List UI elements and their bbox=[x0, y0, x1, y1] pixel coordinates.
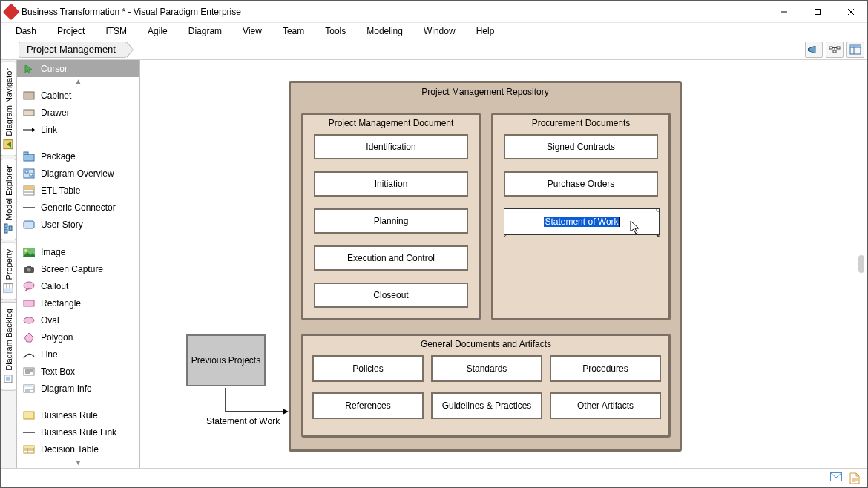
palette-capture[interactable]: Screen Capture bbox=[17, 260, 139, 277]
doc-execution[interactable]: Execution and Control bbox=[314, 245, 468, 271]
svg-rect-56 bbox=[24, 412, 34, 419]
doc-sow-input[interactable]: Statement of Work bbox=[544, 217, 619, 227]
maximize-button[interactable] bbox=[800, 1, 834, 22]
doc-policies[interactable]: Policies bbox=[312, 355, 424, 382]
svg-rect-4 bbox=[808, 48, 809, 51]
menu-tools[interactable]: Tools bbox=[315, 24, 356, 38]
app-icon bbox=[5, 6, 17, 18]
svg-rect-29 bbox=[24, 154, 34, 161]
palette-connector[interactable]: Generic Connector bbox=[17, 200, 139, 217]
close-button[interactable] bbox=[834, 1, 867, 22]
palette-rectangle[interactable]: Rectangle bbox=[17, 294, 139, 311]
polygon-icon bbox=[23, 332, 35, 343]
svg-point-47 bbox=[24, 317, 34, 323]
palette-expand-1[interactable]: ▲ bbox=[17, 77, 139, 87]
cabinet-repository[interactable]: Project Management Repository Project Ma… bbox=[289, 81, 682, 452]
panes-button[interactable] bbox=[846, 42, 864, 58]
svg-rect-26 bbox=[24, 92, 34, 99]
menu-project[interactable]: Project bbox=[47, 24, 95, 38]
note-icon[interactable] bbox=[849, 472, 861, 484]
doc-sow-editing[interactable]: Statement of Work ◇ ↗ ⬊ bbox=[504, 208, 660, 235]
menu-help[interactable]: Help bbox=[466, 24, 505, 38]
doc-other[interactable]: Other Artifacts bbox=[550, 392, 661, 419]
menu-team[interactable]: Team bbox=[272, 24, 315, 38]
app-window: Business Transformation * - Visual Parad… bbox=[0, 0, 868, 488]
canvas[interactable]: Project Management Repository Project Ma… bbox=[140, 60, 867, 468]
menu-dash[interactable]: Dash bbox=[5, 24, 47, 38]
doc-purchase-orders[interactable]: Purchase Orders bbox=[504, 171, 658, 197]
palette-line[interactable]: Line bbox=[17, 346, 139, 363]
doc-closeout[interactable]: Closeout bbox=[314, 283, 468, 308]
scrollbar-thumb[interactable] bbox=[858, 255, 864, 273]
palette-diagraminfo[interactable]: Diagram Info bbox=[17, 380, 139, 397]
drawer-pm-doc[interactable]: Project Management Document Identificati… bbox=[301, 113, 481, 320]
menu-agile[interactable]: Agile bbox=[137, 24, 178, 38]
doc-signed-contracts[interactable]: Signed Contracts bbox=[504, 134, 658, 159]
palette-decisiontable[interactable]: Decision Table bbox=[17, 441, 139, 458]
resize-handle-bl[interactable]: ↗ bbox=[503, 232, 508, 237]
image-icon bbox=[23, 247, 35, 257]
cabinet-title: Project Management Repository bbox=[291, 83, 680, 100]
svg-rect-13 bbox=[850, 45, 861, 47]
palette-bizrulelink[interactable]: Business Rule Link bbox=[17, 424, 139, 441]
sidetab-diagram-backlog[interactable]: Diagram Backlog bbox=[1, 302, 16, 391]
callout-icon bbox=[23, 281, 35, 291]
drawer-general[interactable]: General Documents and Artifacts Policies… bbox=[301, 334, 671, 438]
breadcrumb[interactable]: Project Management bbox=[19, 42, 127, 58]
drawer-procurement[interactable]: Procurement Documents Signed Contracts P… bbox=[491, 113, 671, 320]
decisiontable-icon bbox=[23, 444, 35, 455]
palette-polygon[interactable]: Polygon bbox=[17, 329, 139, 346]
palette-cursor[interactable]: Cursor bbox=[17, 60, 139, 77]
svg-rect-21 bbox=[4, 288, 13, 292]
minimize-button[interactable] bbox=[767, 1, 800, 22]
palette-drawer[interactable]: Drawer bbox=[17, 104, 139, 121]
node-previous-projects[interactable]: Previous Projects bbox=[186, 334, 266, 386]
resize-handle-tr[interactable]: ◇ bbox=[655, 206, 660, 211]
package-icon bbox=[23, 151, 35, 162]
layout-button[interactable] bbox=[826, 42, 844, 58]
palette-callout[interactable]: Callout bbox=[17, 277, 139, 294]
palette-expand-4[interactable] bbox=[17, 397, 139, 406]
palette-userstory[interactable]: User Story bbox=[17, 217, 139, 234]
palette-overview[interactable]: Diagram Overview bbox=[17, 165, 139, 182]
palette-textbox[interactable]: Text Box bbox=[17, 363, 139, 380]
link-icon bbox=[23, 125, 35, 135]
palette-package[interactable]: Package bbox=[17, 148, 139, 165]
sidetab-diagram-navigator[interactable]: Diagram Navigator bbox=[1, 62, 16, 156]
svg-rect-30 bbox=[24, 152, 28, 154]
sidetab-model-explorer[interactable]: Model Explorer bbox=[1, 159, 16, 240]
doc-identification[interactable]: Identification bbox=[314, 134, 468, 159]
menu-itsm[interactable]: ITSM bbox=[95, 24, 137, 38]
palette-expand-3[interactable] bbox=[17, 234, 139, 243]
menu-modeling[interactable]: Modeling bbox=[356, 24, 413, 38]
resize-handle-br[interactable]: ⬊ bbox=[655, 232, 660, 237]
palette-cabinet[interactable]: Cabinet bbox=[17, 87, 139, 104]
palette-image[interactable]: Image bbox=[17, 243, 139, 260]
menu-diagram[interactable]: Diagram bbox=[178, 24, 232, 38]
palette-expand-5[interactable]: ▼ bbox=[17, 458, 139, 468]
menu-bar: Dash Project ITSM Agile Diagram View Tea… bbox=[1, 23, 867, 39]
mail-icon[interactable] bbox=[830, 472, 842, 484]
doc-procedures[interactable]: Procedures bbox=[550, 355, 661, 382]
palette-bizrule[interactable]: Business Rule bbox=[17, 407, 139, 424]
menu-window[interactable]: Window bbox=[413, 24, 466, 38]
palette-link[interactable]: Link bbox=[17, 121, 139, 138]
doc-guidelines[interactable]: Guidelines & Practices bbox=[431, 392, 542, 419]
sidetab-property[interactable]: Property bbox=[1, 243, 16, 300]
menu-view[interactable]: View bbox=[232, 24, 272, 38]
doc-standards[interactable]: Standards bbox=[431, 355, 542, 382]
palette-oval[interactable]: Oval bbox=[17, 311, 139, 329]
rectangle-icon bbox=[23, 298, 35, 309]
doc-initiation[interactable]: Initiation bbox=[314, 171, 468, 197]
svg-rect-46 bbox=[24, 300, 34, 306]
doc-planning[interactable]: Planning bbox=[314, 208, 468, 234]
svg-rect-15 bbox=[5, 229, 8, 233]
svg-rect-39 bbox=[24, 221, 34, 228]
palette-etl[interactable]: ETL Table bbox=[17, 182, 139, 200]
vertical-scrollbar[interactable] bbox=[855, 60, 867, 468]
palette-expand-2[interactable] bbox=[17, 138, 139, 148]
overview-icon bbox=[23, 168, 35, 179]
main-body: Diagram Navigator Model Explorer Propert… bbox=[1, 60, 867, 468]
doc-references[interactable]: References bbox=[312, 392, 424, 419]
announce-button[interactable] bbox=[805, 42, 823, 58]
